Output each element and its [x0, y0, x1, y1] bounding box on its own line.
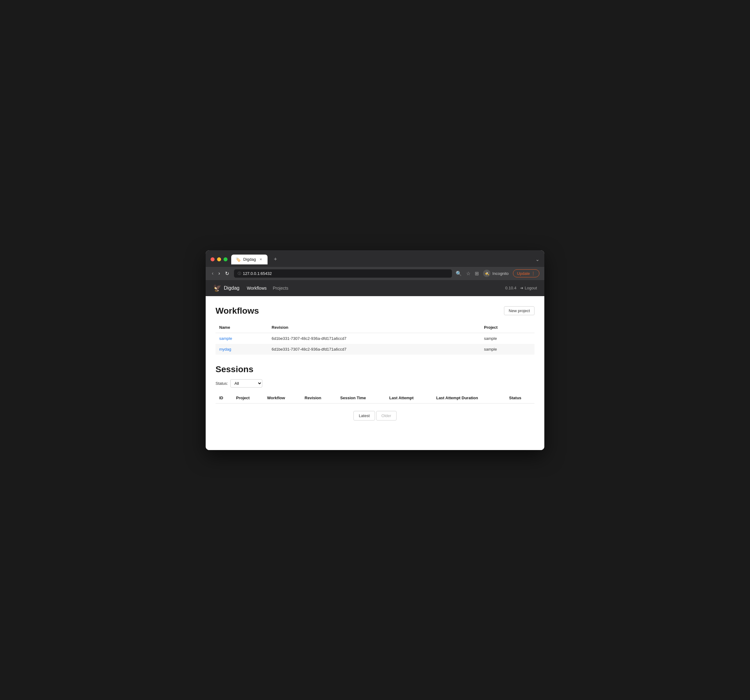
workflows-table-head: Name Revision Project [215, 322, 535, 333]
security-icon: ⓘ [238, 271, 241, 276]
app-header-right: 0.10.4 ➜ Logout [505, 286, 537, 290]
app-logo-name: Digdag [224, 286, 240, 291]
update-label: Update [517, 271, 530, 276]
version-text: 0.10.4 [505, 286, 516, 290]
workflow-name-cell: mydag [215, 344, 268, 355]
search-icon[interactable]: 🔍 [456, 270, 462, 276]
workflow-link[interactable]: sample [219, 336, 232, 341]
app-header: 🦅 Digdag Workflows Projects 0.10.4 ➜ Log… [206, 280, 544, 296]
close-button[interactable] [211, 257, 215, 261]
workflows-table: Name Revision Project sample6d1be331-730… [215, 322, 535, 355]
logout-button[interactable]: ➜ Logout [520, 286, 537, 290]
older-button[interactable]: Older [376, 411, 397, 421]
sessions-col-last-attempt: Last Attempt [386, 393, 432, 404]
sessions-col-status: Status [506, 393, 535, 404]
url-display: 127.0.0.1:65432 [243, 271, 272, 276]
workflow-link[interactable]: mydag [219, 347, 231, 352]
table-row: sample6d1be331-7307-48c2-936a-dfd171a6cc… [215, 333, 535, 344]
browser-chrome: 🏷️ Digdag ✕ + ⌄ ‹ › ↻ ⓘ 127.0.0.1:65432 … [206, 250, 544, 280]
workflows-title: Workflows [215, 306, 259, 316]
workflow-project-cell: sample [480, 344, 535, 355]
col-header-name: Name [215, 322, 268, 333]
sessions-col-last-attempt-duration: Last Attempt Duration [433, 393, 506, 404]
app-logo-icon: 🦅 [213, 284, 221, 292]
workflows-section-header: Workflows New project [215, 306, 535, 316]
update-more-icon: ⋮ [531, 271, 535, 276]
sessions-section-header: Sessions [215, 364, 535, 374]
sessions-col-revision: Revision [301, 393, 337, 404]
sessions-col-session-time: Session Time [337, 393, 386, 404]
sessions-col-id: ID [215, 393, 232, 404]
forward-button[interactable]: › [217, 270, 221, 277]
page-content: Workflows New project Name Revision Proj… [206, 296, 544, 450]
pagination: Latest Older [215, 411, 535, 421]
latest-button[interactable]: Latest [353, 411, 375, 421]
sessions-table-head: ID Project Workflow Revision Session Tim… [215, 393, 535, 404]
incognito-avatar: 🕵 [483, 270, 490, 277]
logout-icon: ➜ [520, 286, 523, 290]
sessions-table-header-row: ID Project Workflow Revision Session Tim… [215, 393, 535, 404]
refresh-button[interactable]: ↻ [224, 270, 230, 277]
tab-title: Digdag [243, 257, 256, 262]
incognito-label: Incognito [492, 271, 509, 276]
sessions-title: Sessions [215, 364, 254, 374]
bookmark-icon[interactable]: ☆ [466, 270, 470, 276]
maximize-button[interactable] [223, 257, 227, 261]
workflow-project-cell: sample [480, 333, 535, 344]
traffic-lights [211, 257, 227, 261]
nav-arrows: ‹ › ↻ [211, 270, 230, 277]
active-tab[interactable]: 🏷️ Digdag ✕ [231, 255, 267, 264]
tab-more-button[interactable]: ⌄ [535, 256, 539, 262]
browser-window: 🏷️ Digdag ✕ + ⌄ ‹ › ↻ ⓘ 127.0.0.1:65432 … [206, 250, 544, 450]
minimize-button[interactable] [217, 257, 221, 261]
new-tab-button[interactable]: + [271, 255, 280, 264]
tab-grid-icon[interactable]: ⊞ [475, 270, 479, 276]
workflow-revision-cell: 6d1be331-7307-48c2-936a-dfd171a6ccd7 [268, 344, 480, 355]
col-header-project: Project [480, 322, 535, 333]
sessions-table: ID Project Workflow Revision Session Tim… [215, 393, 535, 404]
tab-favicon: 🏷️ [235, 257, 241, 262]
title-bar: 🏷️ Digdag ✕ + ⌄ [206, 250, 544, 267]
col-header-revision: Revision [268, 322, 480, 333]
back-button[interactable]: ‹ [211, 270, 215, 277]
workflow-revision-cell: 6d1be331-7307-48c2-936a-dfd171a6ccd7 [268, 333, 480, 344]
status-filter: Status: All Running Success Failed [215, 379, 535, 388]
logout-label: Logout [525, 286, 537, 290]
tab-close-button[interactable]: ✕ [258, 257, 263, 262]
new-project-button[interactable]: New project [504, 306, 535, 315]
app-logo[interactable]: 🦅 Digdag [213, 284, 240, 292]
incognito-badge: 🕵 Incognito [483, 270, 509, 277]
table-row: mydag6d1be331-7307-48c2-936a-dfd171a6ccd… [215, 344, 535, 355]
nav-item-projects[interactable]: Projects [273, 284, 289, 292]
address-bar[interactable]: ⓘ 127.0.0.1:65432 [234, 269, 452, 278]
sessions-col-workflow: Workflow [264, 393, 301, 404]
sessions-col-project: Project [232, 393, 264, 404]
status-filter-select[interactable]: All Running Success Failed [230, 379, 262, 388]
navigation-bar: ‹ › ↻ ⓘ 127.0.0.1:65432 🔍 ☆ ⊞ 🕵 Incognit… [206, 267, 544, 280]
workflow-name-cell: sample [215, 333, 268, 344]
nav-right-controls: 🔍 ☆ ⊞ 🕵 Incognito Update ⋮ [456, 269, 539, 277]
workflows-table-body: sample6d1be331-7307-48c2-936a-dfd171a6cc… [215, 333, 535, 355]
update-button[interactable]: Update ⋮ [513, 269, 539, 277]
status-filter-label: Status: [215, 381, 228, 386]
app-navigation: Workflows Projects [247, 284, 289, 292]
workflows-table-header-row: Name Revision Project [215, 322, 535, 333]
nav-item-workflows[interactable]: Workflows [247, 284, 267, 292]
